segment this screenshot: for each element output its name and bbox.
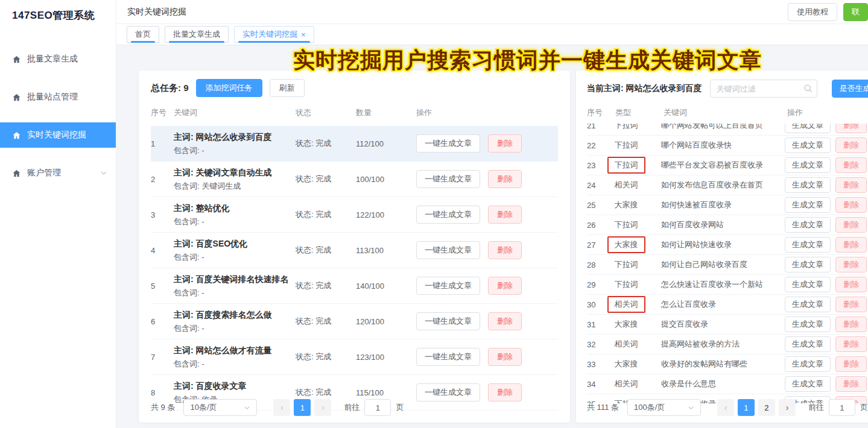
generate-article-button[interactable]: 生成文章 <box>785 177 831 193</box>
generate-article-button[interactable]: 生成文章 <box>785 197 831 213</box>
delete-button[interactable]: 删除 <box>488 277 522 295</box>
refresh-button[interactable]: 刷新 <box>270 79 305 97</box>
generate-article-button[interactable]: 一键生成文章 <box>416 241 480 259</box>
generate-article-button[interactable]: 生成文章 <box>785 137 831 153</box>
col-no: 序号 <box>151 107 174 118</box>
delete-button[interactable]: 删除 <box>835 336 867 352</box>
tab[interactable]: 首页 <box>127 26 159 43</box>
generate-article-button[interactable]: 生成文章 <box>785 124 831 133</box>
task-row[interactable]: 5 主词: 百度关键词排名快速排名 包含词: - 状态: 完成 140/100 … <box>151 268 558 304</box>
page-size-select[interactable]: 100条/页 <box>627 399 701 416</box>
page-number-button[interactable]: 2 <box>758 399 775 416</box>
keyword-text: 如何发布信息百度收录在首页 <box>661 180 785 190</box>
keyword-text: 如何让自己网站收录百度 <box>661 259 785 270</box>
delete-button[interactable]: 删除 <box>835 297 867 312</box>
generate-article-button[interactable]: 一键生成文章 <box>416 312 480 330</box>
generate-article-button[interactable]: 生成文章 <box>785 336 831 352</box>
generate-article-button[interactable]: 一键生成文章 <box>416 383 480 401</box>
app-window: 147SEO管理系统 批量文章生成 批量站点管理 实时关键词挖掘 账户管理 实时… <box>0 0 868 428</box>
goto-page-input[interactable] <box>829 399 855 416</box>
tab[interactable]: 实时关键词挖掘 × <box>234 26 314 43</box>
task-row[interactable]: 3 主词: 整站优化 包含词: - 状态: 完成 122/100 一键生成文章 … <box>151 197 558 233</box>
keywords-table-header: 序号 类型 关键词 操作 <box>587 98 867 124</box>
task-status: 状态: 完成 <box>296 209 356 220</box>
delete-button[interactable]: 删除 <box>488 312 522 330</box>
generate-article-button[interactable]: 生成文章 <box>785 297 831 312</box>
page-number-button[interactable]: 1 <box>294 399 311 416</box>
tasks-panel: 总任务: 9 添加挖词任务 刷新 序号 关键词 状态 数量 操作 1 主词: 网… <box>139 71 570 423</box>
delete-button[interactable]: 删除 <box>835 356 867 372</box>
prev-page-button[interactable]: ‹ <box>717 399 734 416</box>
next-page-button[interactable]: › <box>314 399 331 416</box>
add-task-button[interactable]: 添加挖词任务 <box>196 79 262 97</box>
delete-button[interactable]: 删除 <box>835 157 867 173</box>
task-main-keyword: 主词: 网站怎么做才有流量 <box>174 344 291 356</box>
page-size-select[interactable]: 10条/页 <box>183 399 257 416</box>
page-number-button[interactable]: 1 <box>738 399 755 416</box>
task-main-keyword: 主词: 百度SEO优化 <box>174 238 291 250</box>
delete-button[interactable]: 删除 <box>835 316 867 332</box>
contact-button[interactable]: 联 <box>843 3 868 21</box>
generate-article-button[interactable]: 生成文章 <box>785 376 831 392</box>
task-actions: 一键生成文章 删除 <box>416 312 558 330</box>
task-row[interactable]: 6 主词: 百度搜索排名怎么做 包含词: - 状态: 完成 120/100 一键… <box>151 304 558 339</box>
generate-article-button[interactable]: 一键生成文章 <box>416 134 480 153</box>
sidebar-item[interactable]: 批量文章生成 <box>0 46 116 72</box>
sidebar-item-label: 实时关键词挖掘 <box>27 130 86 140</box>
generate-article-button[interactable]: 一键生成文章 <box>416 277 480 295</box>
generate-article-button[interactable]: 生成文章 <box>785 157 831 173</box>
sidebar-item[interactable]: 实时关键词挖掘 <box>0 122 116 148</box>
delete-button[interactable]: 删除 <box>835 177 867 193</box>
delete-button[interactable]: 删除 <box>488 383 522 401</box>
task-row[interactable]: 7 主词: 网站怎么做才有流量 包含词: - 状态: 完成 123/100 一键… <box>151 339 558 375</box>
task-status: 状态: 完成 <box>296 280 356 291</box>
task-keyword-cell: 主词: 百度搜索排名怎么做 包含词: - <box>174 309 296 334</box>
generate-article-button[interactable]: 一键生成文章 <box>416 348 480 366</box>
close-icon[interactable]: × <box>301 31 306 39</box>
task-keyword-cell: 主词: 网站怎么做才有流量 包含词: - <box>174 344 296 370</box>
delete-button[interactable]: 删除 <box>488 134 522 153</box>
delete-button[interactable]: 删除 <box>835 197 867 213</box>
generate-all-button[interactable]: 是否生成 <box>832 80 868 98</box>
tab-label: 批量文章生成 <box>173 29 220 40</box>
delete-button[interactable]: 删除 <box>835 257 867 272</box>
keyword-row: 34 相关词 收录是什么意思 生成文章 删除 <box>587 374 867 394</box>
sidebar-nav: 批量文章生成 批量站点管理 实时关键词挖掘 账户管理 <box>0 46 116 186</box>
keyword-actions: 生成文章 删除 <box>785 197 867 213</box>
delete-button[interactable]: 删除 <box>488 206 522 224</box>
keyword-row: 24 相关词 如何发布信息百度收录在首页 生成文章 删除 <box>587 175 867 195</box>
delete-button[interactable]: 删除 <box>835 137 867 153</box>
goto-page-input[interactable] <box>364 399 391 416</box>
navbar-actions: 使用教程 联 <box>788 3 868 21</box>
delete-button[interactable]: 删除 <box>835 376 867 392</box>
next-page-button[interactable]: › <box>779 399 796 416</box>
generate-article-button[interactable]: 生成文章 <box>785 217 831 233</box>
keyword-type-cell: 下拉词 <box>615 219 661 230</box>
delete-button[interactable]: 删除 <box>488 170 522 188</box>
generate-article-button[interactable]: 一键生成文章 <box>416 206 480 224</box>
sidebar-item[interactable]: 账户管理 <box>0 160 116 186</box>
sidebar-item[interactable]: 批量站点管理 <box>0 84 116 110</box>
delete-button[interactable]: 删除 <box>835 124 867 133</box>
tutorial-button[interactable]: 使用教程 <box>788 3 837 21</box>
task-row[interactable]: 2 主词: 关键词文章自动生成 包含词: 关键词生成 状态: 完成 100/10… <box>151 162 558 197</box>
prev-page-button[interactable]: ‹ <box>273 399 290 416</box>
task-count: 122/100 <box>356 210 416 219</box>
keyword-no: 25 <box>587 201 615 210</box>
delete-button[interactable]: 删除 <box>835 237 867 253</box>
generate-article-button[interactable]: 一键生成文章 <box>416 170 480 188</box>
generate-article-button[interactable]: 生成文章 <box>785 257 831 272</box>
delete-button[interactable]: 删除 <box>835 217 867 233</box>
delete-button[interactable]: 删除 <box>488 348 522 366</box>
generate-article-button[interactable]: 生成文章 <box>785 316 831 332</box>
keyword-filter-input[interactable] <box>710 80 817 98</box>
task-row[interactable]: 1 主词: 网站怎么收录到百度 包含词: - 状态: 完成 112/100 一键… <box>151 126 558 162</box>
generate-article-button[interactable]: 生成文章 <box>785 277 831 292</box>
home-icon <box>12 131 21 140</box>
generate-article-button[interactable]: 生成文章 <box>785 356 831 372</box>
delete-button[interactable]: 删除 <box>488 241 522 259</box>
delete-button[interactable]: 删除 <box>835 277 867 292</box>
tab[interactable]: 批量文章生成 <box>165 26 229 43</box>
generate-article-button[interactable]: 生成文章 <box>785 237 831 253</box>
task-row[interactable]: 4 主词: 百度SEO优化 包含词: - 状态: 完成 113/100 一键生成… <box>151 233 558 268</box>
